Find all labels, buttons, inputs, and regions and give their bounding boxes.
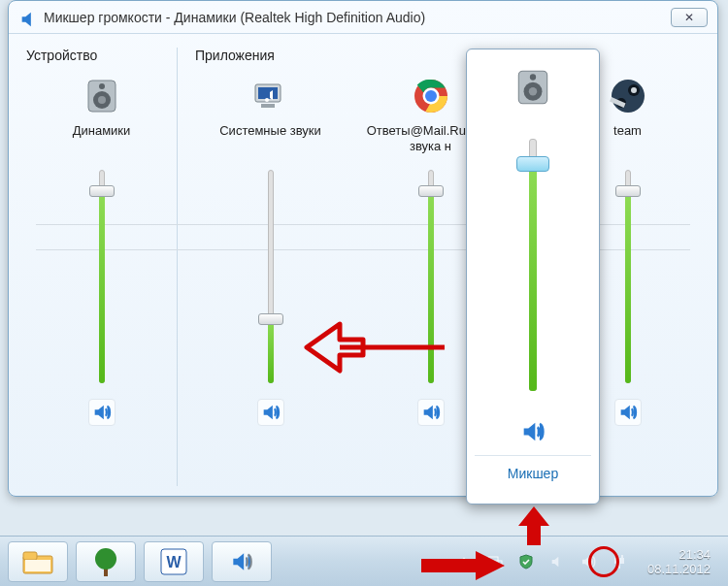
mixer-link[interactable]: Микшер (508, 466, 558, 481)
app-volume-slider[interactable] (261, 170, 281, 383)
task-item-volume[interactable] (212, 541, 272, 582)
apps-heading: Приложения (195, 48, 703, 63)
device-label: Динамики (73, 123, 131, 156)
svg-rect-5 (258, 87, 278, 99)
annotation-arrow-up (514, 505, 553, 551)
app-mute-button[interactable] (614, 399, 642, 426)
annotation-arrow-left (301, 318, 447, 380)
device-speaker-icon[interactable] (83, 77, 121, 115)
device-channel: Динамики (26, 73, 177, 426)
speaker-icon (18, 9, 36, 26)
volume-flyout: Микшер (466, 49, 600, 505)
svg-point-3 (99, 83, 105, 89)
app-mute-button[interactable] (417, 399, 445, 426)
annotation-circle (588, 546, 619, 577)
titlebar[interactable]: Микшер громкости - Динамики (Realtek Hig… (9, 1, 717, 34)
close-button[interactable]: ✕ (671, 8, 708, 27)
svg-rect-22 (25, 560, 50, 571)
tray-sound-icon[interactable] (548, 553, 566, 570)
clock-date: 08.11.2012 (647, 562, 711, 576)
svg-point-2 (98, 96, 106, 104)
flyout-mute-button[interactable] (519, 418, 546, 445)
flyout-speaker-icon[interactable] (513, 67, 553, 108)
device-heading: Устройство (26, 48, 177, 63)
svg-point-19 (530, 74, 536, 80)
clock-time: 21:34 (647, 547, 711, 562)
taskbar-clock[interactable]: 21:34 08.11.2012 (642, 547, 718, 576)
volume-mixer-window: Микшер громкости - Динамики (Realtek Hig… (8, 0, 718, 497)
svg-point-11 (612, 80, 645, 113)
app-label: Системные звуки (219, 123, 321, 156)
mixer-content: Устройство Динамики Приложения (9, 34, 717, 496)
taskbar: W 21:34 08.11.2012 (0, 536, 728, 586)
svg-rect-21 (23, 552, 37, 560)
device-panel: Устройство Динамики (26, 48, 178, 486)
annotation-arrow-right (419, 549, 507, 586)
device-mute-button[interactable] (88, 399, 116, 426)
svg-point-18 (529, 87, 537, 95)
flyout-volume-slider[interactable] (521, 139, 545, 391)
flyout-divider (475, 455, 591, 456)
device-volume-slider[interactable] (92, 170, 112, 383)
tray-defender-icon[interactable] (517, 553, 535, 570)
task-item-tree[interactable] (76, 541, 136, 582)
window-title: Микшер громкости - Динамики (Realtek Hig… (44, 10, 671, 25)
steam-icon[interactable] (609, 77, 647, 115)
system-sounds-icon[interactable] (251, 77, 290, 115)
svg-rect-7 (261, 104, 275, 108)
svg-point-6 (265, 98, 269, 102)
task-item-explorer[interactable] (8, 541, 68, 582)
svg-point-10 (425, 90, 437, 102)
app-volume-slider[interactable] (618, 170, 638, 383)
svg-text:W: W (166, 554, 182, 570)
app-label: team (613, 123, 642, 156)
applications-panel: Приложения Системные звуки (178, 48, 703, 486)
svg-point-24 (95, 548, 116, 570)
task-item-word[interactable]: W (144, 541, 204, 582)
chrome-icon[interactable] (412, 77, 450, 115)
app-mute-button[interactable] (257, 399, 284, 426)
svg-point-13 (631, 87, 637, 93)
svg-rect-30 (621, 555, 623, 558)
